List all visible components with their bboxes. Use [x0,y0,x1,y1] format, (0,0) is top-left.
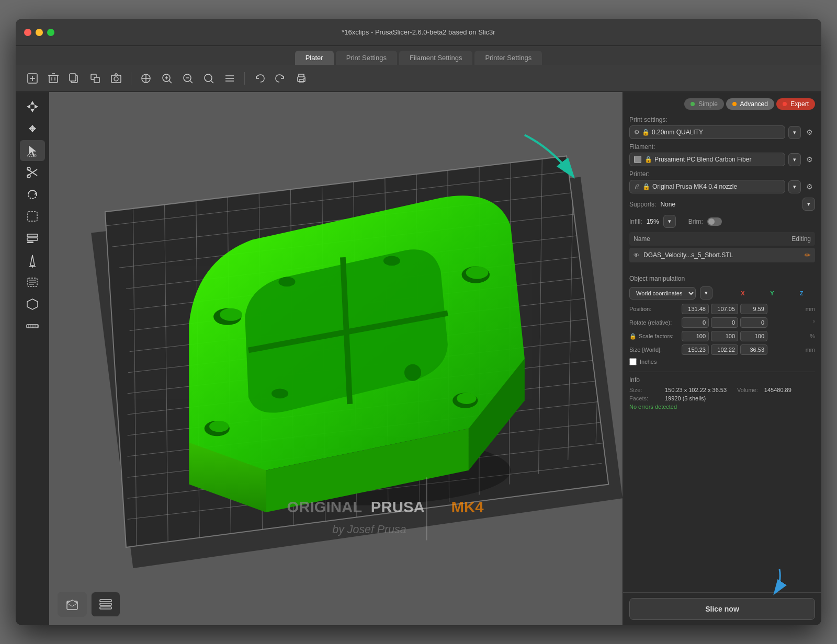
tool-move[interactable] [20,96,45,117]
inches-checkbox[interactable] [629,358,637,365]
rotate-x-input[interactable] [682,317,709,328]
svg-point-113 [272,388,288,398]
print-settings-gear-button[interactable]: ⚙ [804,126,815,139]
svg-marker-34 [27,105,30,109]
maximize-button[interactable] [47,29,54,36]
filament-lock-icon: 🔒 [644,156,652,163]
minimize-button[interactable] [36,29,43,36]
svg-point-13 [114,77,118,81]
tab-print-settings[interactable]: Print Settings [336,51,397,65]
tab-plater[interactable]: Plater [295,51,334,65]
arrange-button[interactable] [138,70,154,87]
copy2-button[interactable] [87,70,104,87]
window-title: *16xclips - PrusaSlicer-2.6.0-beta2 base… [342,28,495,36]
position-y-input[interactable] [711,304,738,314]
svg-point-111 [278,277,295,287]
tab-printer-settings[interactable]: Printer Settings [474,51,542,65]
redo-button[interactable] [272,70,289,87]
object-edit-icon[interactable]: ✏ [805,251,811,259]
printer-gear-button[interactable]: ⚙ [804,180,815,193]
copy-button[interactable] [66,70,83,87]
svg-point-108 [209,421,229,432]
svg-point-104 [220,308,242,321]
svg-text:by Josef Prusa: by Josef Prusa [332,523,406,536]
object-visibility-icon[interactable]: 👁 [634,252,639,258]
infill-dropdown[interactable]: ▾ [663,215,676,228]
svg-point-31 [303,78,304,79]
coord-dropdown[interactable]: ▾ [700,286,712,300]
coord-system-select[interactable]: World coordinates [629,287,696,300]
tool-cut[interactable] [20,162,45,183]
tool-rotate[interactable] [20,184,45,205]
tool-ruler[interactable] [20,316,45,337]
position-x-input[interactable] [682,304,709,314]
svg-line-25 [211,80,213,83]
settings-button[interactable] [221,70,238,87]
tool-support[interactable] [20,250,45,271]
tool-pan[interactable] [20,118,45,139]
info-section: Info Size: 150.23 x 102.22 x 36.53 Volum… [629,372,815,410]
supports-dropdown[interactable]: ▾ [802,198,815,211]
info-size-value: 150.23 x 102.22 x 36.53 [665,387,727,393]
filament-value: Prusament PC Blend Carbon Fiber [654,156,781,163]
svg-rect-58 [27,325,38,328]
svg-point-110 [457,393,476,404]
slice-now-button[interactable]: Slice now [629,598,815,620]
svg-point-40 [31,128,33,130]
svg-rect-48 [27,238,38,240]
size-z-input[interactable] [740,344,767,355]
tool-seam[interactable] [20,272,45,293]
delete-object-button[interactable] [45,70,62,87]
print-settings-dropdown[interactable]: ▾ [788,126,801,139]
size-x-input[interactable] [682,344,709,355]
right-panel: Simple Advanced Expert Print settings: [623,92,821,625]
zoom-out-button[interactable] [179,70,196,87]
layers-view-button[interactable] [91,592,120,617]
camera-button[interactable] [108,70,125,87]
print-button[interactable] [293,70,310,87]
inches-row: Inches [629,358,815,365]
search-button[interactable] [200,70,217,87]
tool-fdm[interactable] [20,294,45,315]
rotate-y-input[interactable] [711,317,738,328]
titlebar: *16xclips - PrusaSlicer-2.6.0-beta2 base… [16,19,821,46]
svg-text:ORIGINAL: ORIGINAL [287,498,362,515]
size-y-input[interactable] [711,344,738,355]
print-settings-lock-icon: 🔒 [642,129,650,136]
svg-rect-3 [49,75,58,83]
add-object-button[interactable] [24,70,41,87]
size-values [682,344,804,355]
svg-line-23 [190,80,193,83]
print-settings-row: ⚙ 🔒 0.20mm QUALITY ▾ ⚙ [629,125,815,139]
tab-filament-settings[interactable]: Filament Settings [399,51,472,65]
toolbar [16,65,821,92]
filament-gear-button[interactable]: ⚙ [804,153,815,166]
advanced-mode-button[interactable]: Advanced [726,98,774,110]
undo-button[interactable] [251,70,268,87]
info-facets-row: Facets: 19920 (5 shells) [629,395,815,401]
scale-x-input[interactable] [682,331,709,341]
zoom-in-button[interactable] [159,70,175,87]
tool-select[interactable] [20,140,45,161]
infill-brim-row: Infill: 15% ▾ Brim: [629,215,815,228]
svg-rect-125 [100,607,111,609]
printer-dropdown[interactable]: ▾ [788,180,801,193]
expert-mode-button[interactable]: Expert [776,98,815,110]
position-z-input[interactable] [740,304,767,314]
infill-label: Infill: [629,218,642,225]
viewport[interactable]: ORIGINAL PRUSA MK4 by Josef Prusa [49,92,623,625]
simple-mode-button[interactable]: Simple [684,98,724,110]
svg-rect-11 [94,77,99,83]
rotate-z-input[interactable] [740,317,767,328]
tool-layer[interactable] [20,228,45,249]
3d-view-button[interactable] [58,592,87,617]
brim-toggle[interactable] [707,217,722,226]
filament-dropdown[interactable]: ▾ [788,153,801,166]
svg-marker-39 [30,130,35,132]
scale-z-input[interactable] [740,331,767,341]
scale-y-input[interactable] [711,331,738,341]
no-errors-text: No errors detected [629,404,815,410]
close-button[interactable] [24,29,31,36]
coord-system-row: World coordinates ▾ X Y Z [629,286,815,300]
tool-box-select[interactable] [20,206,45,227]
